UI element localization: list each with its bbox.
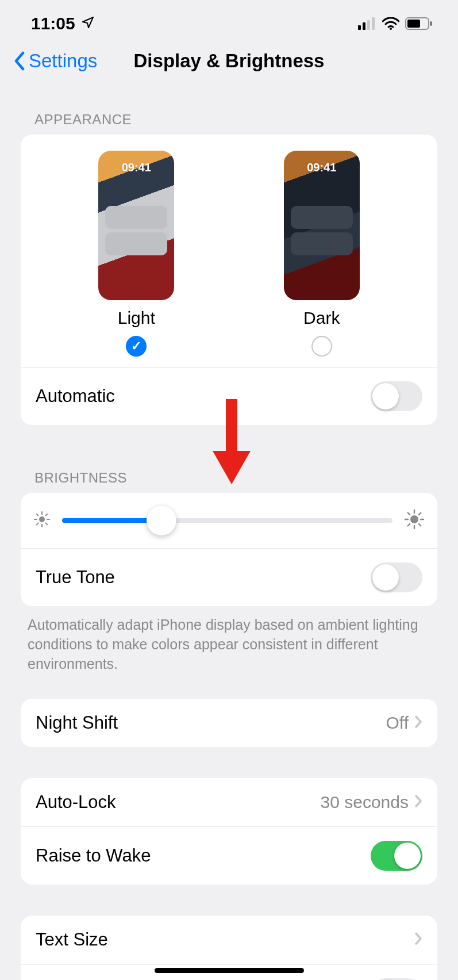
- section-header-brightness: BRIGHTNESS: [0, 425, 458, 493]
- svg-rect-1: [363, 22, 365, 30]
- row-text-size[interactable]: Text Size: [21, 916, 437, 964]
- status-bar: 11:05: [0, 0, 458, 38]
- row-label: Automatic: [36, 386, 115, 407]
- back-label: Settings: [29, 50, 97, 72]
- svg-rect-3: [372, 17, 375, 30]
- brightness-high-icon: [404, 509, 425, 532]
- radio-unselected-icon[interactable]: [311, 336, 332, 357]
- chevron-right-icon: [414, 713, 422, 733]
- status-time: 11:05: [31, 14, 75, 33]
- row-night-shift[interactable]: Night Shift Off: [21, 699, 437, 747]
- cellular-icon: [358, 17, 376, 30]
- svg-point-17: [410, 515, 418, 523]
- row-value: 30 seconds: [321, 793, 409, 812]
- home-indicator: [155, 968, 304, 973]
- svg-line-23: [419, 524, 421, 526]
- appearance-option-label: Light: [118, 308, 155, 328]
- row-automatic[interactable]: Automatic: [21, 367, 437, 425]
- appearance-option-label: Dark: [303, 308, 340, 328]
- svg-rect-2: [367, 20, 370, 30]
- chevron-right-icon: [414, 930, 422, 950]
- row-true-tone[interactable]: True Tone: [21, 548, 437, 606]
- svg-line-25: [419, 513, 421, 515]
- battery-icon: [405, 17, 433, 30]
- svg-line-13: [37, 514, 39, 516]
- brightness-slider-row: [21, 493, 437, 548]
- night-shift-group: Night Shift Off: [21, 699, 437, 747]
- appearance-options: 09:41 Light 09:41 Dark: [21, 135, 437, 367]
- row-label: Auto-Lock: [36, 792, 116, 813]
- nav-bar: Settings Display & Brightness: [0, 38, 458, 84]
- appearance-group: 09:41 Light 09:41 Dark Automatic: [21, 135, 437, 425]
- row-label: Text Size: [36, 929, 108, 950]
- svg-rect-7: [430, 21, 432, 26]
- back-button[interactable]: Settings: [14, 50, 97, 72]
- section-header-appearance: APPEARANCE: [0, 84, 458, 135]
- appearance-option-light[interactable]: 09:41 Light: [98, 151, 174, 357]
- chevron-right-icon: [414, 793, 422, 812]
- svg-rect-6: [407, 20, 420, 28]
- chevron-left-icon: [14, 51, 25, 71]
- svg-line-14: [45, 523, 47, 525]
- row-label: Raise to Wake: [36, 845, 151, 866]
- location-icon: [81, 14, 95, 33]
- lock-group: Auto-Lock 30 seconds Raise to Wake: [21, 778, 437, 885]
- svg-rect-0: [358, 25, 361, 30]
- wifi-icon: [382, 17, 399, 30]
- slider-thumb[interactable]: [147, 506, 176, 535]
- brightness-low-icon: [33, 511, 51, 530]
- row-label: True Tone: [36, 567, 115, 588]
- svg-line-15: [37, 523, 39, 525]
- appearance-preview-light: 09:41: [98, 151, 174, 300]
- svg-line-16: [45, 514, 47, 516]
- radio-selected-icon[interactable]: [126, 336, 147, 357]
- row-label: Night Shift: [36, 713, 118, 733]
- appearance-preview-dark: 09:41: [284, 151, 360, 300]
- toggle-automatic[interactable]: [371, 381, 422, 411]
- svg-line-22: [408, 513, 410, 515]
- svg-point-4: [390, 28, 392, 30]
- svg-line-24: [408, 524, 410, 526]
- svg-point-8: [39, 516, 45, 522]
- true-tone-footer: Automatically adapt iPhone display based…: [0, 606, 458, 679]
- row-value: Off: [386, 713, 409, 733]
- toggle-raise-to-wake[interactable]: [371, 841, 422, 871]
- brightness-slider[interactable]: [62, 518, 392, 523]
- appearance-option-dark[interactable]: 09:41 Dark: [284, 151, 360, 357]
- row-auto-lock[interactable]: Auto-Lock 30 seconds: [21, 778, 437, 826]
- toggle-true-tone[interactable]: [371, 562, 422, 592]
- row-raise-to-wake[interactable]: Raise to Wake: [21, 826, 437, 885]
- brightness-group: True Tone: [21, 493, 437, 606]
